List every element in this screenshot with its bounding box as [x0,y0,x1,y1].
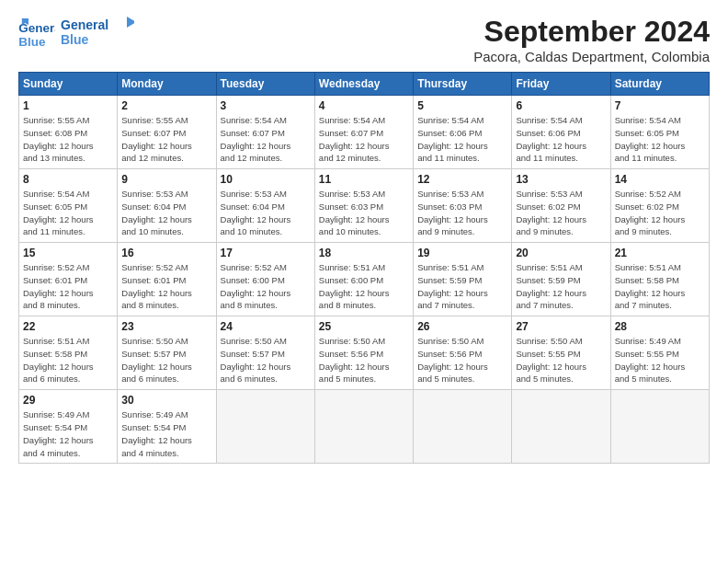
calendar-cell [414,390,512,464]
day-number: 12 [417,173,507,186]
day-info: Sunrise: 5:51 AM Sunset: 5:58 PM Dayligh… [23,335,113,385]
week-row-1: 1Sunrise: 5:55 AM Sunset: 6:08 PM Daylig… [19,96,710,169]
day-number: 11 [319,173,409,186]
day-header-thursday: Thursday [414,73,512,96]
day-number: 1 [23,99,113,112]
day-info: Sunrise: 5:50 AM Sunset: 5:56 PM Dayligh… [319,335,409,385]
day-number: 16 [121,247,211,259]
calendar-cell: 21Sunrise: 5:51 AM Sunset: 5:58 PM Dayli… [610,243,709,316]
logo: General Blue General Blue [18,15,134,53]
day-header-tuesday: Tuesday [216,73,314,96]
calendar-cell: 3Sunrise: 5:54 AM Sunset: 6:07 PM Daylig… [216,96,314,169]
day-header-saturday: Saturday [610,73,709,96]
day-header-wednesday: Wednesday [314,73,413,96]
day-number: 15 [23,247,113,259]
calendar-cell: 7Sunrise: 5:54 AM Sunset: 6:05 PM Daylig… [610,96,709,169]
day-number: 28 [615,320,705,333]
calendar-cell: 15Sunrise: 5:52 AM Sunset: 6:01 PM Dayli… [19,243,118,316]
calendar-cell: 9Sunrise: 5:53 AM Sunset: 6:04 PM Daylig… [118,169,216,243]
day-number: 26 [417,320,507,333]
day-number: 22 [23,320,113,333]
calendar-cell [610,390,709,464]
day-info: Sunrise: 5:55 AM Sunset: 6:07 PM Dayligh… [121,114,211,165]
day-info: Sunrise: 5:53 AM Sunset: 6:04 PM Dayligh… [221,188,311,238]
subtitle: Pacora, Caldas Department, Colombia [473,49,710,64]
calendar-cell: 28Sunrise: 5:49 AM Sunset: 5:55 PM Dayli… [610,316,709,390]
day-number: 23 [121,320,211,333]
day-number: 30 [121,394,211,407]
calendar-cell: 19Sunrise: 5:51 AM Sunset: 5:59 PM Dayli… [414,243,512,316]
calendar-cell: 27Sunrise: 5:50 AM Sunset: 5:55 PM Dayli… [512,316,610,390]
calendar-cell: 14Sunrise: 5:52 AM Sunset: 6:02 PM Dayli… [610,169,709,243]
day-header-friday: Friday [512,73,610,96]
day-info: Sunrise: 5:53 AM Sunset: 6:03 PM Dayligh… [417,188,507,238]
calendar-cell: 26Sunrise: 5:50 AM Sunset: 5:56 PM Dayli… [414,316,512,390]
calendar-cell: 10Sunrise: 5:53 AM Sunset: 6:04 PM Dayli… [216,169,314,243]
day-number: 25 [319,320,409,333]
svg-text:Blue: Blue [61,32,89,47]
week-row-4: 22Sunrise: 5:51 AM Sunset: 5:58 PM Dayli… [19,316,710,390]
calendar-cell: 13Sunrise: 5:53 AM Sunset: 6:02 PM Dayli… [512,169,610,243]
day-info: Sunrise: 5:52 AM Sunset: 6:01 PM Dayligh… [23,261,113,312]
day-number: 9 [121,173,211,186]
day-number: 4 [319,99,409,112]
header-row: SundayMondayTuesdayWednesdayThursdayFrid… [19,73,710,96]
calendar-cell: 30Sunrise: 5:49 AM Sunset: 5:54 PM Dayli… [118,390,216,464]
day-number: 6 [516,99,606,112]
calendar-cell: 17Sunrise: 5:52 AM Sunset: 6:00 PM Dayli… [216,243,314,316]
day-number: 24 [221,320,311,333]
day-info: Sunrise: 5:49 AM Sunset: 5:54 PM Dayligh… [121,408,211,459]
day-number: 14 [615,173,705,186]
calendar-cell: 22Sunrise: 5:51 AM Sunset: 5:58 PM Dayli… [19,316,118,390]
svg-text:General: General [61,17,108,32]
week-row-5: 29Sunrise: 5:49 AM Sunset: 5:54 PM Dayli… [19,390,710,464]
calendar-cell: 1Sunrise: 5:55 AM Sunset: 6:08 PM Daylig… [19,96,118,169]
day-info: Sunrise: 5:54 AM Sunset: 6:05 PM Dayligh… [615,114,705,165]
day-number: 10 [221,173,311,186]
day-number: 13 [516,173,606,186]
calendar-cell [216,390,314,464]
day-info: Sunrise: 5:50 AM Sunset: 5:56 PM Dayligh… [417,335,507,385]
day-info: Sunrise: 5:49 AM Sunset: 5:54 PM Dayligh… [23,408,113,459]
calendar-cell: 6Sunrise: 5:54 AM Sunset: 6:06 PM Daylig… [512,96,610,169]
day-info: Sunrise: 5:52 AM Sunset: 6:00 PM Dayligh… [221,261,311,312]
day-number: 19 [417,247,507,259]
calendar-cell: 12Sunrise: 5:53 AM Sunset: 6:03 PM Dayli… [414,169,512,243]
day-info: Sunrise: 5:54 AM Sunset: 6:07 PM Dayligh… [221,114,311,165]
day-info: Sunrise: 5:54 AM Sunset: 6:07 PM Dayligh… [319,114,409,165]
day-info: Sunrise: 5:50 AM Sunset: 5:57 PM Dayligh… [221,335,311,385]
day-number: 2 [121,99,211,112]
week-row-3: 15Sunrise: 5:52 AM Sunset: 6:01 PM Dayli… [19,243,710,316]
day-number: 8 [23,173,113,186]
calendar-cell: 5Sunrise: 5:54 AM Sunset: 6:06 PM Daylig… [414,96,512,169]
day-number: 20 [516,247,606,259]
calendar-cell: 20Sunrise: 5:51 AM Sunset: 5:59 PM Dayli… [512,243,610,316]
day-info: Sunrise: 5:53 AM Sunset: 6:03 PM Dayligh… [319,188,409,238]
day-info: Sunrise: 5:53 AM Sunset: 6:04 PM Dayligh… [121,188,211,238]
month-title: September 2024 [473,15,710,49]
day-info: Sunrise: 5:50 AM Sunset: 5:55 PM Dayligh… [516,335,606,385]
day-number: 29 [23,394,113,407]
calendar-cell [512,390,610,464]
calendar-cell: 16Sunrise: 5:52 AM Sunset: 6:01 PM Dayli… [118,243,216,316]
calendar-cell: 23Sunrise: 5:50 AM Sunset: 5:57 PM Dayli… [118,316,216,390]
title-block: September 2024 Pacora, Caldas Department… [473,15,710,64]
day-info: Sunrise: 5:53 AM Sunset: 6:02 PM Dayligh… [516,188,606,238]
calendar-cell: 11Sunrise: 5:53 AM Sunset: 6:03 PM Dayli… [314,169,413,243]
day-info: Sunrise: 5:54 AM Sunset: 6:05 PM Dayligh… [23,188,113,238]
calendar-cell: 25Sunrise: 5:50 AM Sunset: 5:56 PM Dayli… [314,316,413,390]
logo-icon: General Blue [18,17,55,51]
day-number: 27 [516,320,606,333]
svg-text:Blue: Blue [18,35,46,49]
logo-svg: General Blue [61,15,134,50]
calendar-cell: 29Sunrise: 5:49 AM Sunset: 5:54 PM Dayli… [19,390,118,464]
day-info: Sunrise: 5:51 AM Sunset: 5:58 PM Dayligh… [615,261,705,312]
calendar-cell: 8Sunrise: 5:54 AM Sunset: 6:05 PM Daylig… [19,169,118,243]
day-number: 5 [417,99,507,112]
header: General Blue General Blue September 2024… [18,15,710,64]
calendar-cell: 24Sunrise: 5:50 AM Sunset: 5:57 PM Dayli… [216,316,314,390]
day-info: Sunrise: 5:52 AM Sunset: 6:01 PM Dayligh… [121,261,211,312]
day-info: Sunrise: 5:49 AM Sunset: 5:55 PM Dayligh… [615,335,705,385]
day-info: Sunrise: 5:50 AM Sunset: 5:57 PM Dayligh… [121,335,211,385]
day-info: Sunrise: 5:51 AM Sunset: 5:59 PM Dayligh… [417,261,507,312]
